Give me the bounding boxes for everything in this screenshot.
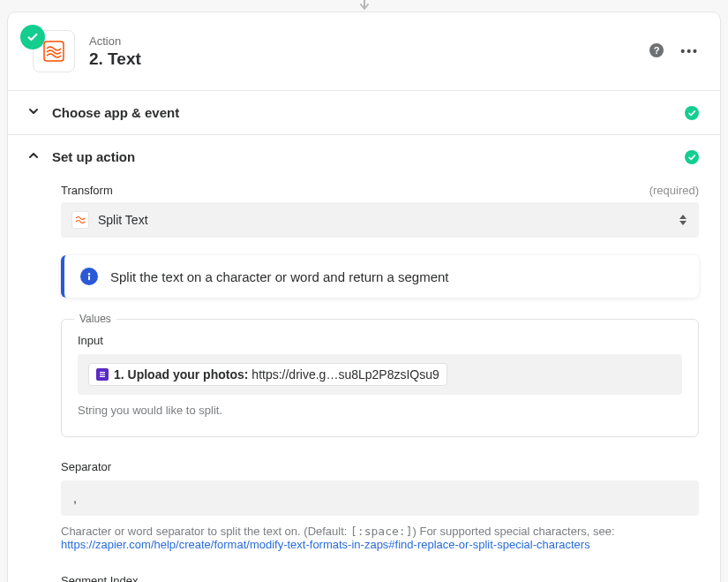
info-text: Split the text on a character or word an… [110,269,449,284]
svg-text:?: ? [654,45,660,56]
set-up-action-body: Transform (required) Split Text Split th… [8,178,720,582]
chevron-down-icon [27,105,40,120]
svg-rect-7 [100,376,105,377]
separator-help-link[interactable]: https://zapier.com/help/create/format/mo… [61,538,590,551]
separator-input[interactable]: , [61,480,699,516]
required-label: (required) [649,184,699,197]
section-title: Set up action [52,149,135,164]
values-legend: Values [74,313,116,325]
step-type-label: Action [89,34,649,48]
connector-arrow [0,0,728,11]
pill-label: 1. Upload your photos: https://drive.g…s… [114,367,439,382]
input-hint: String you would like to split. [78,404,682,417]
formatter-icon [71,211,89,229]
section-complete-icon [685,150,699,164]
google-forms-icon [96,368,109,381]
section-title: Choose app & event [52,105,179,120]
more-options-icon[interactable]: ••• [680,44,699,58]
transform-value: Split Text [98,213,148,227]
help-icon[interactable]: ? [649,42,664,61]
step-title: 2. Text [89,49,649,69]
transform-label: Transform [61,184,113,197]
svg-rect-5 [100,372,105,373]
chevron-up-icon [27,149,40,164]
separator-label: Separator [61,460,699,473]
section-set-up-action[interactable]: Set up action [8,134,720,178]
separator-block: Separator , Character or word separator … [61,460,699,551]
step-complete-badge [20,25,45,49]
section-choose-app-event[interactable]: Choose app & event [8,90,720,134]
transform-info-callout: Split the text on a character or word an… [61,255,699,298]
segment-index-block: Segment Index All (as Separate Fields) [61,574,699,582]
input-field[interactable]: 1. Upload your photos: https://drive.g…s… [78,354,682,395]
info-icon [80,268,98,285]
svg-rect-6 [100,374,105,374]
input-label: Input [78,334,682,347]
transform-select[interactable]: Split Text [61,202,699,238]
mapped-value-pill[interactable]: 1. Upload your photos: https://drive.g…s… [88,363,447,386]
svg-rect-4 [88,276,90,280]
segment-label: Segment Index [61,574,699,582]
select-arrows-icon [679,215,687,225]
section-complete-icon [685,106,699,120]
separator-hint: Character or word separator to split the… [61,525,699,551]
values-fieldset: Values Input 1. Upload your photos: http… [61,319,699,437]
step-header: Action 2. Text ? ••• [8,12,720,90]
action-step-card: Action 2. Text ? ••• Choose app & event … [7,11,721,582]
svg-point-3 [88,273,90,275]
